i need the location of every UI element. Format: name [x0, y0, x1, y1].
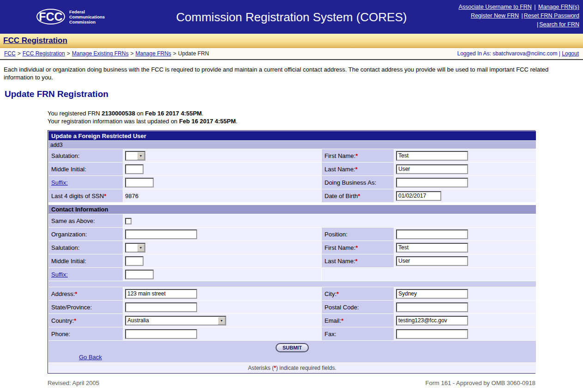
- crumb-fcc-registration[interactable]: FCC Registration: [23, 50, 65, 57]
- personal-middle-initial-input[interactable]: [125, 164, 144, 174]
- logout-link[interactable]: Logout: [562, 50, 579, 57]
- updated-datetime: Feb 16 2017 4:55PM: [179, 118, 236, 125]
- ssn-label: Last 4 digits of SSN: [51, 193, 104, 199]
- login-info: Logged In As: sbatchvarova@nciinc.com | …: [457, 50, 579, 57]
- postal-code-input[interactable]: [396, 302, 468, 312]
- page-title: Update FRN Registration: [5, 89, 583, 99]
- required-asterisk: *: [74, 317, 76, 324]
- contact-last-name-input[interactable]: [396, 256, 468, 266]
- email-label: Email:: [325, 317, 341, 324]
- header-links: Associate Username to FRN | Manage FRN(s…: [458, 3, 579, 29]
- manage-frns-link[interactable]: Manage FRN(s): [538, 4, 579, 10]
- register-new-frn-link[interactable]: Register New FRN: [471, 12, 519, 19]
- svg-text:FCC: FCC: [39, 10, 62, 23]
- ssn-value: 9876: [125, 193, 138, 199]
- personal-suffix-input[interactable]: [125, 178, 154, 187]
- email-input[interactable]: [396, 316, 468, 326]
- row-contact-suffix: Suffix:: [48, 268, 536, 281]
- city-input[interactable]: [396, 289, 468, 299]
- row-personal-salutation: Salutation: ▼ First Name:*: [48, 149, 536, 163]
- contact-middle-initial-input[interactable]: [125, 256, 144, 266]
- dba-label: Doing Business As:: [325, 179, 376, 186]
- contact-suffix-link[interactable]: Suffix:: [51, 271, 68, 278]
- form-section-title: Update a Foreign Restricted User: [48, 131, 536, 141]
- system-title: Commission Registration System (CORES): [176, 10, 407, 24]
- crumb-manage-frns[interactable]: Manage FRNs: [135, 50, 171, 57]
- required-asterisk: *: [355, 244, 358, 251]
- required-asterisk: *: [355, 258, 357, 265]
- logged-in-user: sbatchvarova@nciinc.com: [493, 50, 557, 57]
- state-label: State/Province:: [51, 304, 92, 311]
- intro-text: Each individual or organization doing bu…: [0, 60, 583, 81]
- required-asterisk: *: [355, 152, 358, 159]
- required-asterisk: *: [75, 290, 77, 297]
- crumb-manage-existing-frns[interactable]: Manage Existing FRNs: [72, 50, 129, 57]
- associate-username-link[interactable]: Associate Username to FRN: [458, 4, 531, 10]
- page-footer: Revised: April 2005 Form 161 - Approved …: [48, 380, 535, 386]
- row-contact-middle-initial: Middle Initial: Last Name:*: [48, 254, 536, 268]
- required-asterisk: *: [355, 166, 357, 173]
- same-as-above-checkbox[interactable]: [125, 218, 132, 224]
- phone-input[interactable]: [125, 329, 197, 339]
- contact-section-title: Contact Information: [48, 205, 536, 214]
- personal-salutation-select[interactable]: ▼: [125, 151, 145, 161]
- personal-first-name-input[interactable]: [396, 151, 468, 161]
- dob-input[interactable]: [396, 191, 441, 201]
- personal-suffix-link[interactable]: Suffix:: [51, 179, 68, 186]
- dba-input[interactable]: [396, 178, 468, 187]
- contact-suffix-input[interactable]: [125, 270, 154, 279]
- footer-form-approval: Form 161 - Approved by OMB 3060-0918: [426, 380, 535, 386]
- required-asterisk: *: [358, 193, 360, 199]
- crumb-fcc[interactable]: FCC: [4, 50, 16, 57]
- contact-first-name-input[interactable]: [396, 243, 468, 253]
- address-input[interactable]: [125, 289, 197, 299]
- dropdown-arrow-icon: ▼: [218, 317, 225, 325]
- reset-frn-password-link[interactable]: Reset FRN Password: [524, 12, 579, 19]
- organization-input[interactable]: [125, 229, 197, 239]
- personal-first-name-label: First Name:: [325, 152, 355, 159]
- registered-datetime: Feb 16 2017 4:55PM: [145, 110, 202, 117]
- fcc-registration-link[interactable]: FCC Registration: [3, 36, 67, 45]
- go-back-link[interactable]: Go Back: [79, 354, 102, 361]
- row-country-email: Country:* Australia ▼ Email:*: [48, 314, 536, 327]
- position-label: Position:: [325, 231, 348, 238]
- row-personal-middle-initial: Middle Initial: Last Name:*: [48, 163, 536, 176]
- postal-code-label: Postal Code:: [325, 304, 359, 311]
- username-row: add3: [48, 141, 536, 149]
- position-input[interactable]: [396, 229, 468, 239]
- contact-middle-initial-label: Middle Initial:: [51, 258, 86, 265]
- update-frn-form: Update a Foreign Restricted User add3 Sa…: [48, 130, 535, 374]
- breadcrumb: FCC>FCC Registration>Manage Existing FRN…: [4, 50, 209, 57]
- contact-section-header: Contact Information: [48, 205, 536, 214]
- fax-input[interactable]: [396, 329, 468, 339]
- required-asterisk: *: [104, 193, 106, 199]
- required-asterisk: *: [337, 290, 339, 297]
- row-state-postal: State/Province: Postal Code:: [48, 301, 536, 314]
- row-contact-salutation: Salutation: ▼ First Name:*: [48, 241, 536, 254]
- updated-line: Your registration information was last u…: [48, 117, 583, 125]
- country-select[interactable]: Australia ▼: [125, 316, 226, 326]
- required-fields-note: Asterisks (*) indicate required fields.: [48, 363, 536, 373]
- required-asterisk: *: [341, 317, 343, 324]
- contact-last-name-label: Last Name:: [325, 258, 355, 265]
- crumb-current: Update FRN: [178, 50, 209, 57]
- form-section-header: Update a Foreign Restricted User: [48, 131, 536, 141]
- personal-last-name-input[interactable]: [396, 164, 468, 174]
- state-input[interactable]: [125, 302, 197, 312]
- dropdown-arrow-icon: ▼: [137, 152, 144, 160]
- registered-line: You registered FRN 2130000538 on Feb 16 …: [48, 109, 583, 117]
- address-gap: [48, 281, 536, 287]
- personal-middle-initial-label: Middle Initial:: [51, 166, 86, 173]
- row-address-city: Address:* City:*: [48, 287, 536, 301]
- organization-label: Organization:: [51, 231, 87, 238]
- frn-number: 2130000538: [102, 110, 135, 117]
- fcc-logo: FCC Federal Communications Commission: [36, 6, 105, 28]
- search-for-frn-link[interactable]: Search for FRN: [539, 21, 579, 28]
- breadcrumb-bar: FCC>FCC Registration>Manage Existing FRN…: [0, 48, 583, 60]
- row-phone-fax: Phone: Fax:: [48, 327, 536, 341]
- row-organization-position: Organization: Position:: [48, 228, 536, 241]
- contact-salutation-select[interactable]: ▼: [125, 243, 145, 253]
- top-header: FCC Federal Communications Commission Co…: [0, 0, 583, 34]
- submit-button[interactable]: SUBMIT: [276, 343, 309, 352]
- row-personal-suffix: Suffix: Doing Business As:: [48, 176, 536, 189]
